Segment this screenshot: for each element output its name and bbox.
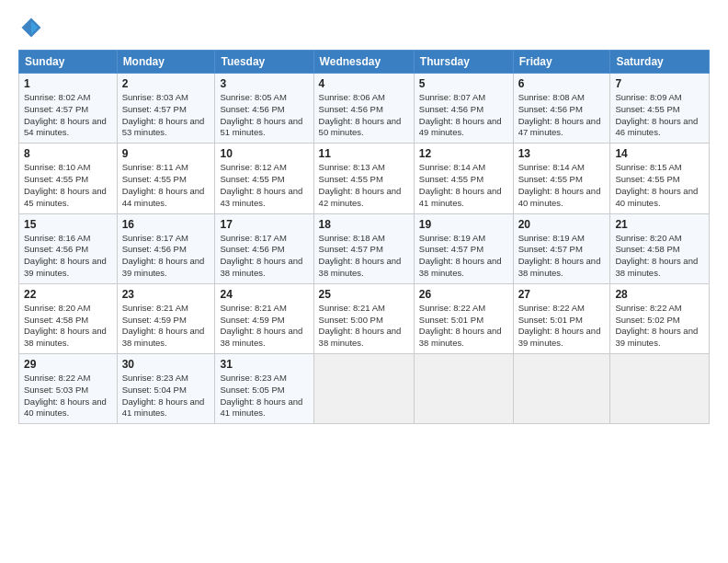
logo-icon (18, 15, 44, 40)
day-number: 16 (122, 218, 210, 231)
day-cell: 28Sunrise: 8:22 AMSunset: 5:02 PMDayligh… (610, 283, 710, 353)
calendar-table: SundayMondayTuesdayWednesdayThursdayFrid… (18, 50, 710, 424)
day-info: Sunrise: 8:09 AMSunset: 4:55 PMDaylight:… (615, 92, 698, 137)
day-cell: 24Sunrise: 8:21 AMSunset: 4:59 PMDayligh… (215, 283, 313, 353)
page: SundayMondayTuesdayWednesdayThursdayFrid… (0, 0, 728, 563)
day-cell: 6Sunrise: 8:08 AMSunset: 4:56 PMDaylight… (513, 74, 610, 144)
day-cell (414, 354, 513, 424)
day-number: 25 (319, 288, 409, 301)
day-header-thursday: Thursday (414, 51, 513, 74)
day-cell: 1Sunrise: 8:02 AMSunset: 4:57 PMDaylight… (19, 74, 118, 144)
day-cell: 8Sunrise: 8:10 AMSunset: 4:55 PMDaylight… (19, 144, 118, 213)
week-row-3: 15Sunrise: 8:16 AMSunset: 4:56 PMDayligh… (19, 213, 710, 283)
day-cell: 4Sunrise: 8:06 AMSunset: 4:56 PMDaylight… (313, 74, 414, 144)
day-info: Sunrise: 8:19 AMSunset: 4:57 PMDaylight:… (518, 233, 601, 278)
day-cell: 25Sunrise: 8:21 AMSunset: 5:00 PMDayligh… (313, 283, 414, 353)
day-info: Sunrise: 8:11 AMSunset: 4:55 PMDaylight:… (122, 162, 205, 207)
day-info: Sunrise: 8:23 AMSunset: 5:04 PMDaylight:… (122, 373, 205, 418)
week-row-2: 8Sunrise: 8:10 AMSunset: 4:55 PMDaylight… (19, 144, 710, 213)
day-info: Sunrise: 8:23 AMSunset: 5:05 PMDaylight:… (220, 373, 302, 418)
day-info: Sunrise: 8:14 AMSunset: 4:55 PMDaylight:… (518, 162, 601, 207)
day-number: 29 (24, 358, 112, 371)
week-row-1: 1Sunrise: 8:02 AMSunset: 4:57 PMDaylight… (19, 74, 710, 144)
day-info: Sunrise: 8:13 AMSunset: 4:55 PMDaylight:… (319, 162, 402, 207)
day-number: 6 (518, 77, 606, 90)
day-cell: 2Sunrise: 8:03 AMSunset: 4:57 PMDaylight… (117, 74, 215, 144)
day-cell: 23Sunrise: 8:21 AMSunset: 4:59 PMDayligh… (117, 283, 215, 353)
day-number: 12 (419, 147, 508, 160)
day-info: Sunrise: 8:22 AMSunset: 5:01 PMDaylight:… (419, 303, 502, 348)
day-cell: 29Sunrise: 8:22 AMSunset: 5:03 PMDayligh… (19, 354, 118, 424)
day-info: Sunrise: 8:03 AMSunset: 4:57 PMDaylight:… (122, 92, 205, 137)
day-number: 27 (518, 288, 606, 301)
day-number: 26 (419, 288, 508, 301)
day-cell: 12Sunrise: 8:14 AMSunset: 4:55 PMDayligh… (414, 144, 513, 213)
day-number: 7 (615, 77, 704, 90)
day-info: Sunrise: 8:20 AMSunset: 4:58 PMDaylight:… (615, 233, 698, 278)
header-row: SundayMondayTuesdayWednesdayThursdayFrid… (19, 51, 710, 74)
day-number: 2 (122, 77, 210, 90)
day-cell: 17Sunrise: 8:17 AMSunset: 4:56 PMDayligh… (215, 213, 313, 283)
day-number: 4 (319, 77, 409, 90)
week-row-5: 29Sunrise: 8:22 AMSunset: 5:03 PMDayligh… (19, 354, 710, 424)
day-number: 8 (24, 147, 112, 160)
day-cell: 27Sunrise: 8:22 AMSunset: 5:01 PMDayligh… (513, 283, 610, 353)
day-info: Sunrise: 8:22 AMSunset: 5:01 PMDaylight:… (518, 303, 601, 348)
day-cell: 16Sunrise: 8:17 AMSunset: 4:56 PMDayligh… (117, 213, 215, 283)
day-cell (513, 354, 610, 424)
day-number: 21 (615, 218, 704, 231)
day-cell (610, 354, 710, 424)
day-cell: 5Sunrise: 8:07 AMSunset: 4:56 PMDaylight… (414, 74, 513, 144)
day-info: Sunrise: 8:22 AMSunset: 5:02 PMDaylight:… (615, 303, 698, 348)
day-cell: 21Sunrise: 8:20 AMSunset: 4:58 PMDayligh… (610, 213, 710, 283)
day-header-wednesday: Wednesday (313, 51, 414, 74)
day-info: Sunrise: 8:20 AMSunset: 4:58 PMDaylight:… (24, 303, 107, 348)
day-cell: 11Sunrise: 8:13 AMSunset: 4:55 PMDayligh… (313, 144, 414, 213)
day-cell: 15Sunrise: 8:16 AMSunset: 4:56 PMDayligh… (19, 213, 118, 283)
logo (18, 15, 48, 40)
day-cell: 31Sunrise: 8:23 AMSunset: 5:05 PMDayligh… (215, 354, 313, 424)
day-number: 17 (220, 218, 308, 231)
day-number: 10 (220, 147, 308, 160)
day-number: 11 (319, 147, 409, 160)
day-number: 22 (24, 288, 112, 301)
day-number: 23 (122, 288, 210, 301)
day-cell: 7Sunrise: 8:09 AMSunset: 4:55 PMDaylight… (610, 74, 710, 144)
day-info: Sunrise: 8:19 AMSunset: 4:57 PMDaylight:… (419, 233, 502, 278)
day-info: Sunrise: 8:17 AMSunset: 4:56 PMDaylight:… (122, 233, 205, 278)
day-info: Sunrise: 8:21 AMSunset: 5:00 PMDaylight:… (319, 303, 402, 348)
day-header-sunday: Sunday (19, 51, 118, 74)
day-number: 1 (24, 77, 112, 90)
day-info: Sunrise: 8:02 AMSunset: 4:57 PMDaylight:… (24, 92, 107, 137)
day-cell: 30Sunrise: 8:23 AMSunset: 5:04 PMDayligh… (117, 354, 215, 424)
day-cell: 9Sunrise: 8:11 AMSunset: 4:55 PMDaylight… (117, 144, 215, 213)
day-info: Sunrise: 8:18 AMSunset: 4:57 PMDaylight:… (319, 233, 402, 278)
day-number: 28 (615, 288, 704, 301)
day-cell: 26Sunrise: 8:22 AMSunset: 5:01 PMDayligh… (414, 283, 513, 353)
day-info: Sunrise: 8:08 AMSunset: 4:56 PMDaylight:… (518, 92, 601, 137)
day-cell (313, 354, 414, 424)
calendar-body: 1Sunrise: 8:02 AMSunset: 4:57 PMDaylight… (19, 74, 710, 424)
day-info: Sunrise: 8:21 AMSunset: 4:59 PMDaylight:… (220, 303, 302, 348)
day-cell: 20Sunrise: 8:19 AMSunset: 4:57 PMDayligh… (513, 213, 610, 283)
day-number: 30 (122, 358, 210, 371)
day-header-monday: Monday (117, 51, 215, 74)
day-cell: 22Sunrise: 8:20 AMSunset: 4:58 PMDayligh… (19, 283, 118, 353)
day-number: 24 (220, 288, 308, 301)
day-number: 19 (419, 218, 508, 231)
day-number: 9 (122, 147, 210, 160)
day-number: 13 (518, 147, 606, 160)
calendar-header: SundayMondayTuesdayWednesdayThursdayFrid… (19, 51, 710, 74)
day-info: Sunrise: 8:14 AMSunset: 4:55 PMDaylight:… (419, 162, 502, 207)
day-header-saturday: Saturday (610, 51, 710, 74)
day-info: Sunrise: 8:21 AMSunset: 4:59 PMDaylight:… (122, 303, 205, 348)
day-info: Sunrise: 8:17 AMSunset: 4:56 PMDaylight:… (220, 233, 302, 278)
day-info: Sunrise: 8:10 AMSunset: 4:55 PMDaylight:… (24, 162, 107, 207)
day-number: 5 (419, 77, 508, 90)
day-number: 18 (319, 218, 409, 231)
day-number: 3 (220, 77, 308, 90)
day-cell: 10Sunrise: 8:12 AMSunset: 4:55 PMDayligh… (215, 144, 313, 213)
day-info: Sunrise: 8:06 AMSunset: 4:56 PMDaylight:… (319, 92, 402, 137)
day-info: Sunrise: 8:16 AMSunset: 4:56 PMDaylight:… (24, 233, 107, 278)
day-cell: 3Sunrise: 8:05 AMSunset: 4:56 PMDaylight… (215, 74, 313, 144)
